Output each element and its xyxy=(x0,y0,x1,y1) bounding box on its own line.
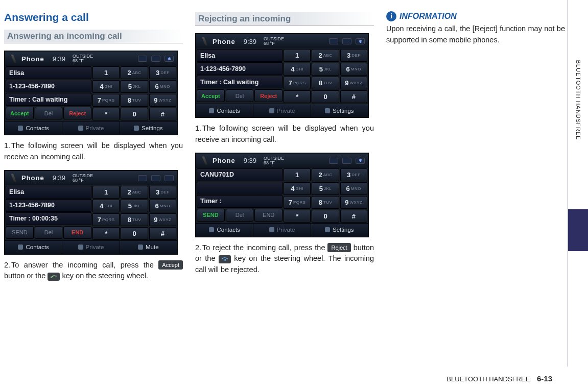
phone-screen-incoming-2: Phone 9:39 OUTSIDE68 °F ✱ Elisa 1-123-45… xyxy=(195,33,369,118)
contacts-button[interactable]: Contacts xyxy=(5,121,62,134)
del-button[interactable]: Del xyxy=(226,209,254,222)
contacts-button[interactable]: Contacts xyxy=(196,104,253,117)
signal-icon xyxy=(151,56,160,62)
key-hash[interactable]: # xyxy=(340,210,367,223)
key-3[interactable]: 3DEF xyxy=(149,66,176,79)
key-0[interactable]: 0 xyxy=(121,108,148,120)
key-star[interactable]: * xyxy=(92,108,120,120)
key-star[interactable]: * xyxy=(284,90,311,103)
device-name: CANU701D xyxy=(197,168,283,181)
key-5[interactable]: 5JKL xyxy=(312,182,339,195)
contacts-button[interactable]: Contacts xyxy=(196,224,253,236)
gear-icon xyxy=(325,108,330,113)
end-button[interactable]: END xyxy=(63,226,91,239)
call-timer: Timer : xyxy=(197,195,283,208)
key-1[interactable]: 1 xyxy=(92,66,120,79)
key-2[interactable]: 2ABC xyxy=(121,66,148,79)
key-8[interactable]: 8TUV xyxy=(121,213,148,226)
accept-button[interactable]: Accept xyxy=(197,89,225,102)
private-button[interactable]: Private xyxy=(62,121,120,134)
del-button[interactable]: Del xyxy=(35,226,63,239)
reject-button[interactable]: Reject xyxy=(63,107,91,119)
inline-call-key-icon xyxy=(48,273,60,281)
key-0[interactable]: 0 xyxy=(121,227,148,240)
key-1[interactable]: 1 xyxy=(284,49,311,62)
key-7[interactable]: 7PQRS xyxy=(92,94,120,107)
side-tab: BLUETOOTH HANDSFREE xyxy=(568,0,588,367)
accept-button[interactable]: Accept xyxy=(6,107,34,119)
signal-icon xyxy=(342,38,351,44)
action-row: Accept Del Reject xyxy=(196,89,283,103)
screen-topbar: Phone 9:39 OUTSIDE68 °F ✱ xyxy=(196,154,368,168)
key-3[interactable]: 3DEF xyxy=(340,49,367,62)
key-hash[interactable]: # xyxy=(340,90,367,103)
private-button[interactable]: Private xyxy=(253,224,311,236)
end-button[interactable]: END xyxy=(254,209,283,222)
key-2[interactable]: 2ABC xyxy=(312,168,339,181)
key-hash[interactable]: # xyxy=(149,227,176,240)
key-8[interactable]: 8TUV xyxy=(121,94,148,107)
key-2[interactable]: 2ABC xyxy=(312,49,339,62)
screen-time: 9:39 xyxy=(244,38,256,45)
screen-bottom-bar: Contacts Private Settings xyxy=(5,121,177,134)
settings-button[interactable]: Settings xyxy=(311,224,368,236)
inline-accept-button: Accept xyxy=(158,260,183,270)
del-button[interactable]: Del xyxy=(226,89,254,102)
key-4[interactable]: 4GHI xyxy=(92,200,120,212)
key-6[interactable]: 6MNO xyxy=(149,200,176,212)
key-5[interactable]: 5JKL xyxy=(312,63,339,76)
action-row: Accept Del Reject xyxy=(5,106,92,120)
col1-step2: 2.To answer the incoming call, press the… xyxy=(4,260,183,282)
key-8[interactable]: 8TUV xyxy=(312,77,339,89)
key-4[interactable]: 4GHI xyxy=(284,182,311,195)
battery-icon xyxy=(329,38,338,44)
key-6[interactable]: 6MNO xyxy=(340,182,367,195)
handset-icon xyxy=(164,175,174,181)
key-3[interactable]: 3DEF xyxy=(149,186,176,199)
key-0[interactable]: 0 xyxy=(312,90,339,103)
key-0[interactable]: 0 xyxy=(312,210,339,223)
battery-icon xyxy=(329,158,338,164)
screen-topbar: Phone 9:39 OUTSIDE68 °F ✱ xyxy=(196,34,368,48)
key-4[interactable]: 4GHI xyxy=(284,63,311,76)
key-9[interactable]: 9WXYZ xyxy=(149,94,176,107)
key-9[interactable]: 9WXYZ xyxy=(149,213,176,226)
settings-button[interactable]: Settings xyxy=(311,104,368,117)
key-9[interactable]: 9WXYZ xyxy=(340,77,367,89)
phone-screen-incoming: Phone 9:39 OUTSIDE68 °F ✱ Elisa 1-123-45… xyxy=(4,51,178,135)
bluetooth-icon: ✱ xyxy=(164,56,174,62)
key-7[interactable]: 7PQRS xyxy=(92,213,120,226)
key-5[interactable]: 5JKL xyxy=(121,80,148,93)
key-7[interactable]: 7PQRS xyxy=(284,77,311,89)
phone-icon xyxy=(199,156,208,165)
key-8[interactable]: 8TUV xyxy=(312,196,339,209)
key-star[interactable]: * xyxy=(92,227,120,240)
key-5[interactable]: 5JKL xyxy=(121,200,148,212)
screen-bottom-bar: Contacts Private Settings xyxy=(196,104,368,117)
contacts-icon xyxy=(209,227,214,232)
key-1[interactable]: 1 xyxy=(92,186,120,199)
send-button[interactable]: SEND xyxy=(197,209,225,222)
reject-button[interactable]: Reject xyxy=(254,89,283,102)
caller-name: Elisa xyxy=(6,66,91,79)
key-1[interactable]: 1 xyxy=(284,168,311,181)
send-button[interactable]: SEND xyxy=(6,226,34,239)
phone-icon xyxy=(8,54,17,63)
key-4[interactable]: 4GHI xyxy=(92,80,120,93)
contacts-icon xyxy=(209,108,214,113)
key-2[interactable]: 2ABC xyxy=(121,186,148,199)
contacts-button[interactable]: Contacts xyxy=(5,241,62,254)
key-6[interactable]: 6MNO xyxy=(340,63,367,76)
battery-icon xyxy=(138,56,147,62)
key-9[interactable]: 9WXYZ xyxy=(340,196,367,209)
key-star[interactable]: * xyxy=(284,210,311,223)
key-6[interactable]: 6MNO xyxy=(149,80,176,93)
private-button[interactable]: Private xyxy=(253,104,311,117)
mute-button[interactable]: Mute xyxy=(120,241,177,254)
settings-button[interactable]: Settings xyxy=(120,121,177,134)
key-hash[interactable]: # xyxy=(149,108,176,120)
del-button[interactable]: Del xyxy=(35,107,63,119)
key-7[interactable]: 7PQRS xyxy=(284,196,311,209)
private-button[interactable]: Private xyxy=(62,241,120,254)
key-3[interactable]: 3DEF xyxy=(340,168,367,181)
